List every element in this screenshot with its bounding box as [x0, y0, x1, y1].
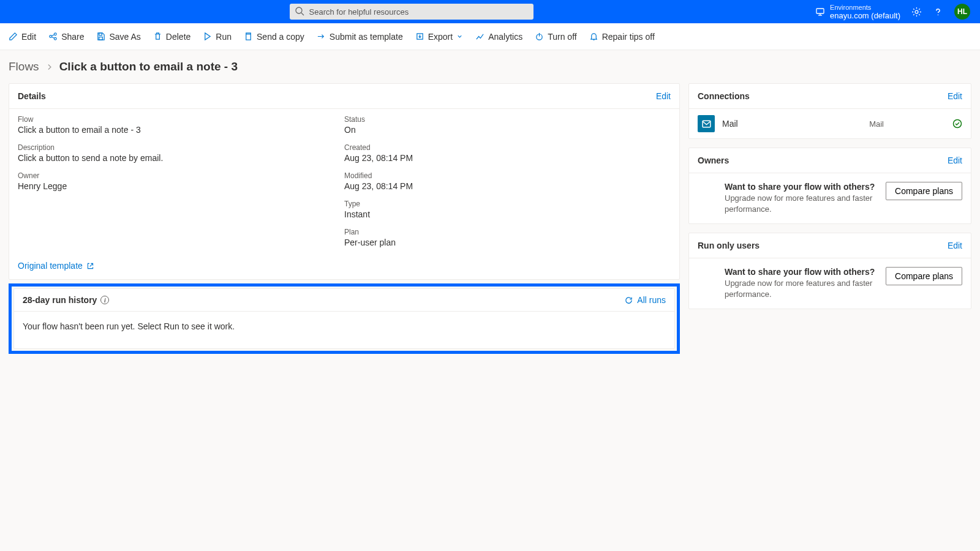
check-circle-icon [952, 119, 962, 129]
page-title: Click a button to email a note - 3 [59, 60, 238, 73]
chevron-right-icon [45, 63, 53, 71]
owners-card: Owners Edit Want to share your flow with… [688, 148, 971, 224]
svg-rect-2 [816, 9, 824, 13]
svg-line-11 [52, 37, 55, 38]
created-value: Aug 23, 08:14 PM [344, 153, 671, 163]
repair-tips-button[interactable]: Repair tips off [589, 32, 655, 42]
info-icon[interactable]: i [100, 296, 109, 304]
analytics-button[interactable]: Analytics [475, 32, 522, 42]
status-label: Status [344, 115, 671, 124]
play-icon [203, 32, 212, 41]
connection-type: Mail [869, 119, 884, 129]
plan-label: Plan [344, 228, 671, 236]
modified-value: Aug 23, 08:14 PM [344, 181, 671, 191]
environment-label: Environments [830, 3, 900, 12]
all-runs-label: All runs [637, 295, 666, 305]
search-wrap [290, 4, 533, 20]
environment-picker[interactable]: Environments enayu.com (default) [815, 3, 900, 20]
description-label: Description [18, 143, 344, 152]
compare-plans-button-2[interactable]: Compare plans [886, 267, 962, 285]
copy-icon [244, 32, 253, 41]
submit-icon [317, 32, 326, 41]
connections-card: Connections Edit Mail Mail [688, 83, 971, 139]
plan-value: Per-user plan [344, 238, 671, 247]
save-as-label: Save As [109, 32, 140, 42]
original-template-link[interactable]: Original template [9, 256, 679, 279]
details-card: Details Edit FlowClick a button to email… [9, 83, 680, 280]
run-label: Run [216, 32, 232, 42]
svg-rect-17 [703, 121, 710, 127]
svg-rect-12 [99, 33, 102, 36]
bell-icon [589, 32, 598, 41]
all-runs-link[interactable]: All runs [624, 295, 666, 305]
description-value: Click a button to send a note by email. [18, 153, 344, 163]
svg-point-6 [938, 14, 938, 15]
owner-value: Henry Legge [18, 181, 344, 191]
header-right: Environments enayu.com (default) HL [815, 3, 970, 20]
created-label: Created [344, 143, 671, 152]
export-icon [415, 32, 424, 41]
user-avatar[interactable]: HL [954, 4, 970, 20]
run-only-users-card: Run only users Edit Want to share your f… [688, 233, 971, 309]
owners-promo-sub: Upgrade now for more features and faster… [725, 193, 877, 215]
svg-point-5 [915, 10, 918, 13]
svg-point-7 [50, 36, 52, 38]
owners-title: Owners [698, 156, 729, 165]
run-only-promo-title: Want to share your flow with others? [725, 267, 877, 277]
owner-label: Owner [18, 171, 344, 180]
svg-point-8 [55, 33, 57, 36]
breadcrumb: Flows Click a button to email a note - 3 [0, 50, 980, 76]
edit-label: Edit [21, 32, 36, 42]
share-label: Share [61, 32, 84, 42]
help-icon[interactable] [933, 7, 943, 17]
chevron-down-icon [456, 33, 463, 40]
original-template-label: Original template [18, 261, 83, 271]
command-bar: Edit Share Save As Delete Run Send a cop… [0, 23, 980, 50]
power-icon [535, 32, 544, 41]
svg-point-9 [55, 37, 57, 40]
connections-edit-link[interactable]: Edit [948, 91, 962, 101]
flow-value: Click a button to email a note - 3 [18, 125, 344, 135]
delete-label: Delete [166, 32, 190, 42]
send-copy-label: Send a copy [257, 32, 304, 42]
compare-plans-button[interactable]: Compare plans [886, 182, 962, 200]
repair-tips-label: Repair tips off [602, 32, 655, 42]
run-history-title: 28-day run history [23, 295, 97, 305]
chart-icon [475, 32, 484, 41]
details-edit-link[interactable]: Edit [656, 91, 671, 101]
turn-off-button[interactable]: Turn off [535, 32, 576, 42]
svg-line-1 [301, 13, 304, 15]
export-button[interactable]: Export [415, 32, 463, 42]
run-history-card: 28-day run history i All runs Your flow … [13, 288, 675, 349]
connection-name: Mail [722, 119, 738, 129]
analytics-label: Analytics [488, 32, 522, 42]
svg-rect-13 [99, 37, 103, 40]
submit-template-label: Submit as template [330, 32, 403, 42]
modified-label: Modified [344, 171, 671, 180]
breadcrumb-root[interactable]: Flows [9, 60, 39, 73]
search-input[interactable] [290, 4, 533, 20]
mail-icon [698, 115, 715, 132]
svg-rect-14 [246, 34, 251, 40]
run-button[interactable]: Run [203, 32, 232, 42]
type-value: Instant [344, 209, 671, 219]
status-value: On [344, 125, 671, 135]
run-history-highlight: 28-day run history i All runs Your flow … [9, 283, 680, 354]
delete-button[interactable]: Delete [153, 32, 190, 42]
save-as-button[interactable]: Save As [96, 32, 140, 42]
run-only-promo-sub: Upgrade now for more features and faster… [725, 278, 877, 300]
connection-item[interactable]: Mail Mail [689, 109, 971, 138]
connections-title: Connections [698, 91, 750, 101]
share-button[interactable]: Share [48, 32, 84, 42]
send-copy-button[interactable]: Send a copy [244, 32, 304, 42]
environment-icon [815, 7, 825, 17]
environment-name: enayu.com (default) [830, 12, 900, 20]
run-only-edit-link[interactable]: Edit [948, 241, 962, 250]
edit-button[interactable]: Edit [9, 32, 36, 42]
owners-promo-title: Want to share your flow with others? [725, 182, 877, 192]
turn-off-label: Turn off [548, 32, 576, 42]
submit-template-button[interactable]: Submit as template [317, 32, 403, 42]
owners-edit-link[interactable]: Edit [948, 156, 962, 165]
settings-icon[interactable] [911, 7, 922, 17]
export-label: Export [428, 32, 453, 42]
